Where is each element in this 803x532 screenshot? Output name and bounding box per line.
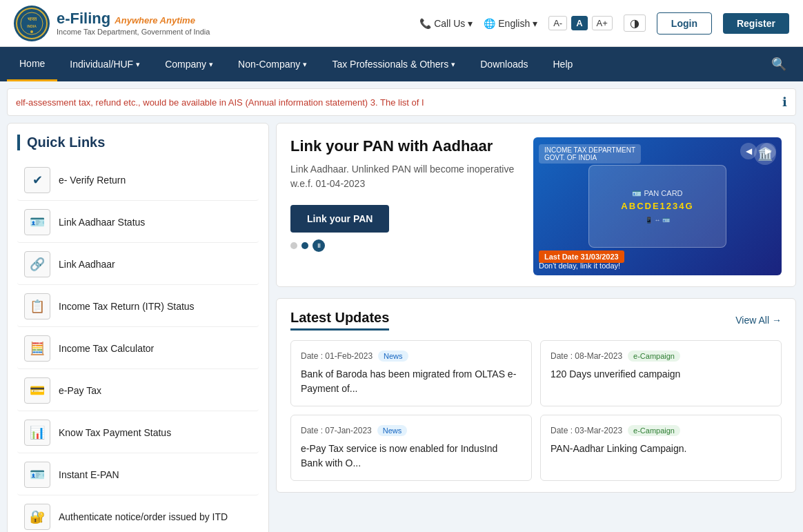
sidebar-item-icon-epay-tax: 💳 [24, 377, 50, 404]
contrast-button[interactable]: ◑ [624, 14, 646, 32]
sidebar-item-auth-notice[interactable]: 🔐 Authenticate notice/order issued by IT… [17, 497, 259, 532]
call-us-link[interactable]: 📞 Call Us ▾ [419, 18, 473, 29]
update-text-3: PAN-Aadhar Linking Campaign. [551, 442, 771, 456]
view-all-button[interactable]: View All → [735, 315, 782, 326]
logo-subtitle: Income Tax Department, Government of Ind… [57, 28, 210, 37]
sidebar-item-link-aadhaar[interactable]: 🔗 Link Aadhaar [17, 244, 259, 285]
sidebar-item-icon-link-aadhaar-status: 🪪 [24, 209, 50, 235]
carousel-dots: ⏸ [290, 239, 519, 252]
logo-area: भारत INDIA e-Filing Anywhere Anytime Inc… [14, 6, 210, 41]
view-all-arrow-icon: → [772, 315, 782, 326]
last-date-badge: Last Date 31/03/2023 [539, 250, 624, 263]
sidebar-item-icon-verify-return: ✔ [24, 167, 50, 193]
sidebar-item-label-epay-tax: e-Pay Tax [59, 385, 101, 396]
call-chevron: ▾ [468, 18, 473, 29]
carousel-dot-1[interactable] [290, 242, 297, 249]
nav-item-downloads[interactable]: Downloads [468, 47, 540, 81]
update-badge-0: News [378, 351, 408, 362]
sidebar-item-itr-status[interactable]: 📋 Income Tax Return (ITR) Status [17, 286, 259, 327]
sidebar-item-tax-payment-status[interactable]: 📊 Know Tax Payment Status [17, 413, 259, 453]
sidebar-item-icon-tax-payment-status: 📊 [24, 420, 50, 446]
sidebar: Quick Links ✔ e- Verify Return 🪪 Link Aa… [7, 123, 269, 532]
right-panel: Link your PAN with Aadhaar Link Aadhaar.… [276, 123, 796, 532]
sidebar-item-label-tax-payment-status: Know Tax Payment Status [59, 427, 171, 438]
sidebar-item-tax-calculator[interactable]: 🧮 Income Tax Calculator [17, 328, 259, 369]
sidebar-item-label-itr-status: Income Tax Return (ITR) Status [59, 301, 195, 312]
update-date-3: Date : 03-Mar-2023 [551, 426, 622, 435]
sidebar-item-icon-instant-epan: 🪪 [24, 462, 50, 488]
main-navbar: HomeIndividual/HUF ▾Company ▾Non-Company… [0, 47, 803, 81]
carousel-dot-2[interactable] [301, 242, 308, 249]
hero-description: Link Aadhaar. Unlinked PAN will become i… [290, 162, 519, 191]
sidebar-item-label-link-aadhaar-status: Link Aadhaar Status [59, 217, 145, 228]
globe-icon: 🌐 [484, 18, 495, 29]
nav-item-taxprofessionals[interactable]: Tax Professionals & Others ▾ [319, 47, 468, 81]
sidebar-title: Quick Links [17, 135, 259, 150]
announcement-info-icon[interactable]: ℹ [782, 95, 787, 110]
updates-grid: Date : 01-Feb-2023 News Bank of Baroda h… [290, 340, 782, 481]
font-controls: A- A A+ [548, 16, 613, 30]
update-text-0: Bank of Baroda has been migrated from OL… [301, 367, 522, 396]
sidebar-item-label-instant-epan: Instant E-PAN [59, 469, 119, 480]
nav-chevron-company: ▾ [209, 60, 213, 69]
update-badge-2: News [377, 425, 408, 436]
language-selector[interactable]: 🌐 English ▾ [484, 18, 537, 29]
sidebar-item-instant-epan[interactable]: 🪪 Instant E-PAN [17, 455, 259, 495]
pan-card-visual: 🪪 PAN CARD ABCDE1234G 📱 ↔ 🪪 [588, 165, 726, 248]
announcement-text: elf-assessment tax, refund etc., would b… [16, 97, 775, 108]
sidebar-item-link-aadhaar-status[interactable]: 🪪 Link Aadhaar Status [17, 202, 259, 243]
update-date-0: Date : 01-Feb-2023 [301, 351, 373, 361]
nav-item-noncompany[interactable]: Non-Company ▾ [226, 47, 319, 81]
sidebar-item-icon-auth-notice: 🔐 [24, 504, 50, 530]
update-meta-3: Date : 03-Mar-2023 e-Campaign [551, 425, 771, 436]
sidebar-item-label-auth-notice: Authenticate notice/order issued by ITD [59, 511, 228, 522]
nav-chevron-individual: ▾ [136, 60, 140, 69]
nav-item-company[interactable]: Company ▾ [152, 47, 226, 81]
hero-text: Link your PAN with Aadhaar Link Aadhaar.… [290, 137, 519, 252]
updates-section: Latest Updates View All → Date : 01-Feb-… [276, 298, 796, 493]
sidebar-item-icon-tax-calculator: 🧮 [24, 335, 50, 362]
update-badge-3: e-Campaign [628, 425, 680, 436]
update-badge-1: e-Campaign [628, 351, 680, 362]
update-date-1: Date : 08-Mar-2023 [551, 351, 622, 361]
update-text-2: e-Pay Tax service is now enabled for Ind… [301, 442, 522, 471]
nav-chevron-noncompany: ▾ [303, 60, 307, 69]
font-increase-button[interactable]: A+ [592, 16, 613, 30]
announcement-bar: elf-assessment tax, refund etc., would b… [7, 88, 796, 116]
nav-item-individual[interactable]: Individual/HUF ▾ [57, 47, 152, 81]
font-normal-button[interactable]: A [571, 16, 587, 30]
sidebar-item-verify-return[interactable]: ✔ e- Verify Return [17, 160, 259, 201]
update-card-3[interactable]: Date : 03-Mar-2023 e-Campaign PAN-Aadhar… [540, 415, 782, 481]
lang-chevron: ▾ [533, 18, 537, 29]
sidebar-item-label-verify-return: e- Verify Return [59, 175, 126, 186]
hero-section: Link your PAN with Aadhaar Link Aadhaar.… [276, 123, 796, 287]
nav-item-home[interactable]: Home [7, 47, 57, 81]
sidebar-item-label-tax-calculator: Income Tax Calculator [59, 343, 154, 354]
register-button[interactable]: Register [723, 13, 789, 34]
sidebar-item-epay-tax[interactable]: 💳 e-Pay Tax [17, 371, 259, 411]
svg-point-4 [30, 30, 33, 33]
main-content: Quick Links ✔ e- Verify Return 🪪 Link Aa… [0, 116, 803, 532]
link-pan-button[interactable]: Link your PAN [290, 205, 389, 233]
search-icon[interactable]: 🔍 [762, 57, 796, 72]
sidebar-item-icon-link-aadhaar: 🔗 [24, 251, 50, 277]
hero-title: Link your PAN with Aadhaar [290, 137, 519, 155]
carousel-pause-button[interactable]: ⏸ [313, 239, 325, 252]
update-meta-2: Date : 07-Jan-2023 News [301, 425, 522, 436]
header: भारत INDIA e-Filing Anywhere Anytime Inc… [0, 0, 803, 47]
font-decrease-button[interactable]: A- [548, 16, 567, 30]
logo-tagline: Anywhere Anytime [115, 15, 195, 26]
header-controls: 📞 Call Us ▾ 🌐 English ▾ A- A A+ ◑ Login … [419, 12, 789, 35]
logo-text: e-Filing Anywhere Anytime Income Tax Dep… [57, 10, 210, 37]
updates-header: Latest Updates View All → [290, 310, 782, 331]
nav-chevron-taxprofessionals: ▾ [451, 60, 455, 69]
logo-emblem: भारत INDIA [14, 6, 50, 41]
sidebar-item-label-link-aadhaar: Link Aadhaar [59, 259, 115, 270]
update-date-2: Date : 07-Jan-2023 [301, 426, 372, 435]
update-meta-0: Date : 01-Feb-2023 News [301, 351, 522, 362]
update-card-0[interactable]: Date : 01-Feb-2023 News Bank of Baroda h… [290, 340, 532, 406]
update-card-1[interactable]: Date : 08-Mar-2023 e-Campaign 120 Days u… [540, 340, 782, 406]
nav-item-help[interactable]: Help [541, 47, 586, 81]
login-button[interactable]: Login [657, 12, 712, 35]
update-card-2[interactable]: Date : 07-Jan-2023 News e-Pay Tax servic… [290, 415, 532, 481]
